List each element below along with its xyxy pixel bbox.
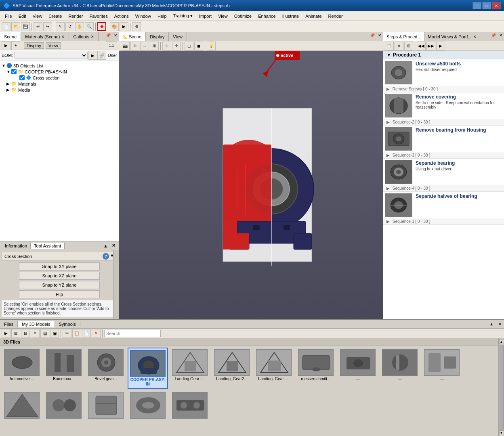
tb-rotate[interactable]: ↺: [65, 22, 74, 31]
file-item-3[interactable]: Bevel gear...: [86, 348, 126, 389]
bom-link[interactable]: 🔗: [97, 51, 106, 60]
menu-actions[interactable]: Actions: [111, 13, 132, 19]
bt-tb-4[interactable]: ≡: [31, 329, 40, 338]
file-item-11[interactable]: —: [422, 348, 462, 389]
cs-help-icon[interactable]: ?: [103, 253, 109, 260]
tb-redo[interactable]: ↪: [43, 22, 52, 31]
snap-xz-button[interactable]: Snap to XZ plane: [19, 272, 100, 280]
tab-my3d[interactable]: My 3D Models: [18, 321, 55, 327]
menu-render[interactable]: Render: [65, 13, 86, 19]
menu-view2[interactable]: View: [215, 13, 231, 19]
tb-cross-section[interactable]: ⊕: [97, 22, 106, 31]
tab-steps[interactable]: Steps & Proced...: [383, 32, 425, 41]
rt-tb-play[interactable]: ▶: [436, 42, 445, 50]
maximize-button[interactable]: □: [482, 2, 491, 9]
bom-expand[interactable]: ▶: [88, 51, 97, 60]
menu-help[interactable]: Help: [154, 13, 170, 19]
file-item-14[interactable]: —: [86, 390, 126, 426]
vp-tab-display[interactable]: Display: [146, 32, 169, 41]
bottom-tab-expand[interactable]: ▲: [487, 321, 496, 327]
tb-undo[interactable]: ↩: [34, 22, 42, 31]
bom-select[interactable]: [15, 52, 88, 59]
menu-training[interactable]: Training ▾: [170, 13, 196, 19]
minimize-button[interactable]: ─: [472, 2, 481, 9]
tree-check-cooper[interactable]: [11, 69, 17, 74]
file-item-13[interactable]: —: [44, 390, 84, 426]
step-main-5[interactable]: Separate halves of bearing: [383, 192, 504, 218]
menu-enhance[interactable]: Enhance: [255, 13, 279, 19]
files-scrollbar[interactable]: ▲ ▼: [498, 338, 504, 436]
tb-select[interactable]: ↖: [56, 22, 65, 31]
file-item-12[interactable]: —: [2, 390, 42, 426]
tb-settings[interactable]: ⚙: [132, 22, 141, 31]
scene-1to1[interactable]: 1:1: [106, 41, 117, 50]
bt-tb-3[interactable]: ⊟: [21, 329, 30, 338]
vp-tb-light[interactable]: 💡: [207, 42, 216, 50]
vp-tab-view[interactable]: View: [169, 32, 187, 41]
step-main-2[interactable]: Remove covering Set to one side - Keep c…: [383, 92, 504, 119]
procedure-collapse[interactable]: ▼: [386, 52, 391, 58]
rt-tb-prev[interactable]: ◀◀: [417, 42, 426, 50]
menu-create[interactable]: Create: [45, 13, 65, 19]
tree-expand-media[interactable]: ▶: [6, 88, 11, 92]
scroll-thumb[interactable]: [500, 345, 504, 430]
tab-close-all[interactable]: ✕: [112, 32, 119, 41]
bt-tb-5[interactable]: ▤: [40, 329, 49, 338]
vp-pin[interactable]: 📌: [368, 32, 376, 41]
vp-tb-2[interactable]: ⊕: [130, 42, 139, 50]
file-item-4[interactable]: COOPER PB-ASY-IN: [128, 348, 168, 389]
tree-check-cs[interactable]: [19, 75, 25, 80]
tb-animate[interactable]: ▶: [120, 22, 128, 31]
tree-expand-cooper[interactable]: ▼: [6, 69, 11, 74]
tab-files[interactable]: Files: [0, 321, 18, 327]
bt-tb-copy[interactable]: 📋: [72, 329, 81, 338]
tab-model-views[interactable]: Model Views & Portf... ✕: [425, 32, 480, 41]
snap-yz-button[interactable]: Snap to YZ plane: [19, 281, 100, 289]
viewport-3d[interactable]: ⊕ active: [119, 51, 383, 319]
step-main-3[interactable]: Remove bearing from Housing: [383, 126, 504, 152]
tab-close-callouts[interactable]: ✕: [91, 35, 94, 39]
vp-tab-main[interactable]: 📐 Scene: [119, 32, 146, 41]
tb-pan[interactable]: ✋: [75, 22, 84, 31]
file-item-10[interactable]: —: [380, 348, 420, 389]
flip-button[interactable]: Flip: [19, 290, 100, 298]
search-input[interactable]: [104, 330, 161, 337]
file-item-6[interactable]: Landing_Gear2...: [212, 348, 252, 389]
tb-zoom[interactable]: 🔍: [85, 22, 94, 31]
rt-tb-next[interactable]: ▶▶: [426, 42, 435, 50]
step-main-4[interactable]: Separate bearing Using hex nut driver: [383, 159, 504, 185]
scene-display-tab[interactable]: Display: [24, 42, 44, 49]
menu-view[interactable]: View: [29, 13, 46, 19]
bt-tb-1[interactable]: ▶: [2, 329, 10, 338]
bt-tb-2[interactable]: ⊞: [11, 329, 20, 338]
bt-tb-cut[interactable]: ✂: [63, 329, 71, 338]
vp-close[interactable]: ✕: [376, 32, 383, 41]
tree-item-materials[interactable]: ▶ 📁 Materials: [6, 81, 117, 87]
scroll-down-btn[interactable]: ▼: [499, 430, 504, 435]
menu-file[interactable]: File: [2, 13, 15, 19]
close-button[interactable]: ✕: [492, 2, 501, 9]
scene-tb-1[interactable]: ▶: [2, 41, 10, 50]
tree-item-cooper[interactable]: ▼ 📁 COOPER PB-ASY-IN: [6, 69, 117, 75]
rt-tb-2[interactable]: ✕: [395, 42, 403, 50]
menu-illustrate[interactable]: Illustrate: [279, 13, 302, 19]
file-item-9[interactable]: —: [338, 348, 378, 389]
tree-item-3d-objects[interactable]: ▼ 🔵 3D Objects List: [2, 63, 117, 69]
tb-render[interactable]: 🎨: [110, 22, 119, 31]
tab-scene[interactable]: Scene: [0, 32, 21, 41]
vp-tb-fit[interactable]: ⊞: [150, 42, 159, 50]
file-item-15[interactable]: —: [128, 390, 168, 426]
file-item-1[interactable]: Automotive ...: [2, 348, 42, 389]
scene-view-tab[interactable]: View: [46, 42, 61, 49]
tree-expand-mat[interactable]: ▶: [6, 82, 11, 86]
file-item-5[interactable]: Landing Gear I...: [170, 348, 210, 389]
menu-edit[interactable]: Edit: [15, 13, 29, 19]
rt-tb-3[interactable]: ⊞: [404, 42, 413, 50]
ta-expand-icon[interactable]: ▲: [102, 243, 109, 248]
right-tab-pin[interactable]: 📌: [489, 32, 498, 41]
ta-scrollbar[interactable]: [113, 250, 119, 319]
menu-window[interactable]: Window: [132, 13, 154, 19]
bt-tb-6[interactable]: ▣: [50, 329, 59, 338]
menu-optimize[interactable]: Optimize: [231, 13, 255, 19]
vp-tb-3[interactable]: ↔: [140, 42, 149, 50]
